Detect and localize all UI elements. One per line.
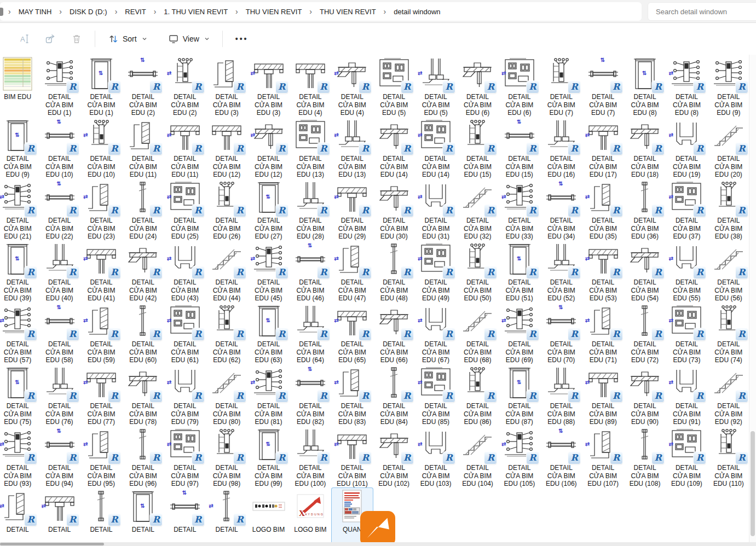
file-item[interactable]: RDETAILCỬA BIMEDU (108) — [624, 426, 666, 487]
file-item[interactable]: RDETAILCỬA BIMEDU (100) — [290, 426, 331, 487]
file-item[interactable]: RDETAILCỬA BIMEDU (98) — [206, 426, 247, 487]
file-item[interactable]: RDETAILCỬA BIMEDU (32) — [457, 178, 498, 240]
file-item[interactable]: ⇅RDETAILCỬA BIMEDU (99) — [247, 426, 289, 487]
file-item[interactable]: ⇄RDETAILCỬA BIMEDU (109) — [666, 426, 707, 487]
file-item[interactable]: RDETAILCỬA BIMEDU (62) — [206, 302, 247, 364]
file-item[interactable]: ⇅RDETAILCỬA BIMEDU (94) — [38, 426, 80, 487]
file-item[interactable]: RDETAILCỬA BIMEDU (88) — [540, 364, 582, 426]
vertical-scrollbar[interactable] — [749, 55, 756, 542]
file-item[interactable]: RDETAILCỬA BIMEDU (92) — [708, 364, 749, 426]
file-item[interactable]: ⇄RDETAILCỬA BIMEDU (53) — [582, 240, 624, 302]
file-item[interactable]: ⇅RDETAILCỬA BIMEDU (27) — [247, 178, 289, 240]
file-item[interactable]: BIM EDU — [0, 55, 38, 117]
file-item[interactable]: ⇅RDETAILCỬA BIMEDU (15) — [499, 117, 540, 178]
file-item[interactable]: ⇄RDETAILCỬA BIMEDU (41) — [80, 240, 122, 302]
file-item[interactable]: ⇄RDETAILCỬA BIMEDU (105) — [499, 426, 540, 487]
file-item[interactable]: RDETAILCỬA BIMEDU (4) — [290, 55, 331, 117]
file-item[interactable]: ⇄RDETAIL — [206, 487, 247, 546]
file-item[interactable]: ⇅RDETAILCỬA BIMEDU (46) — [290, 240, 331, 302]
file-item[interactable]: RDETAILCỬA BIMEDU (14) — [373, 117, 415, 178]
file-item[interactable]: RDETAILCỬA BIMEDU (44) — [206, 240, 247, 302]
file-item[interactable]: ⇄RDETAILCỬA BIMEDU (77) — [80, 364, 122, 426]
file-item[interactable]: ⇄RDETAILCỬA BIMEDU (21) — [0, 178, 38, 240]
file-item[interactable]: ⇅RDETAIL — [164, 487, 206, 546]
file-item[interactable]: ⇄RDETAILCỬA BIMEDU (93) — [0, 426, 38, 487]
view-button[interactable]: View — [164, 30, 214, 48]
file-item[interactable]: ⇄RDETAIL — [0, 487, 38, 546]
file-item[interactable]: ⇄RDETAILCỬA BIMEDU (10) — [80, 117, 122, 178]
file-item[interactable]: ⇅RDETAILCỬA BIMEDU (9) — [0, 117, 38, 178]
file-item[interactable]: ⇄RDETAILCỬA BIMEDU (4) — [331, 55, 373, 117]
file-item[interactable]: RDETAILCỬA BIMEDU (96) — [122, 426, 164, 487]
file-item[interactable]: RDETAILCỬA BIMEDU (78) — [122, 364, 164, 426]
file-item[interactable]: ⇄RDETAILCỬA BIMEDU (8) — [666, 55, 707, 117]
more-options-button[interactable]: ••• — [231, 31, 253, 47]
file-item[interactable]: ⇅RDETAILCỬA BIMEDU (22) — [38, 178, 80, 240]
file-item[interactable]: RDETAILCỬA BIMEDU (18) — [624, 117, 666, 178]
file-item[interactable]: ⇅RDETAILCỬA BIMEDU (75) — [0, 364, 38, 426]
file-item[interactable]: RDETAILCỬA BIMEDU (40) — [38, 240, 80, 302]
file-item[interactable]: RDETAILCỬA BIMEDU (28) — [290, 178, 331, 240]
file-item[interactable]: RDETAILCỬA BIMEDU (42) — [122, 240, 164, 302]
file-item[interactable]: ⇄RDETAILCỬA BIMEDU (33) — [499, 178, 540, 240]
file-item[interactable]: RDETAILCỬA BIMEDU (52) — [540, 240, 582, 302]
file-item[interactable]: RDETAILCỬA BIMEDU (48) — [373, 240, 415, 302]
breadcrumb-item[interactable]: DISK D (D:) — [67, 5, 110, 18]
file-item[interactable]: RDETAILCỬA BIMEDU (74) — [708, 302, 749, 364]
file-item[interactable]: ⇅RDETAILCỬA BIMEDU (106) — [540, 426, 582, 487]
file-item[interactable]: ⇅RDETAILCỬA BIMEDU (7) — [582, 55, 624, 117]
file-item[interactable]: RDETAILCỬA BIMEDU (110) — [708, 426, 749, 487]
file-item[interactable]: ⇅RDETAILCỬA BIMEDU (2) — [122, 55, 164, 117]
file-item[interactable]: ⇄RDETAILCỬA BIMEDU (25) — [164, 178, 206, 240]
file-item[interactable]: RDETAILCỬA BIMEDU (36) — [624, 178, 666, 240]
file-item[interactable]: ⇄RDETAILCỬA BIMEDU (97) — [164, 426, 206, 487]
file-item[interactable]: RDETAILCỬA BIMEDU (68) — [457, 302, 498, 364]
file-item[interactable]: ⇄RDETAILCỬA BIMEDU (3) — [247, 55, 289, 117]
file-item[interactable]: ⇄RDETAILCỬA BIMEDU (85) — [415, 364, 457, 426]
breadcrumb-item[interactable]: MAY TINH — [16, 5, 55, 18]
file-item[interactable]: RDETAILCỬA BIMEDU (26) — [206, 178, 247, 240]
file-item[interactable]: ⇅RDETAILCỬA BIMEDU (39) — [0, 240, 38, 302]
file-item[interactable]: RDETAILCỬA BIMEDU (56) — [708, 240, 749, 302]
file-item[interactable]: XAYDUNGLOGO BIM — [290, 487, 331, 546]
file-item[interactable]: QUAN — [331, 487, 373, 546]
file-item[interactable]: ⇅RDETAILCỬA BIMEDU (51) — [499, 240, 540, 302]
file-item[interactable]: ⇄RDETAILCỬA BIMEDU (11) — [164, 117, 206, 178]
file-item[interactable]: RDETAILCỬA BIMEDU (90) — [624, 364, 666, 426]
file-item[interactable]: ⇄RDETAILCỬA BIMEDU (55) — [666, 240, 707, 302]
file-item[interactable]: ⇄RDETAILCỬA BIMEDU (35) — [582, 178, 624, 240]
file-item[interactable]: ⇄RDETAILCỬA BIMEDU (69) — [499, 302, 540, 364]
file-item[interactable]: ⇅RDETAILCỬA BIMEDU (87) — [499, 364, 540, 426]
file-item[interactable]: RDETAILCỬA BIMEDU (104) — [457, 426, 498, 487]
file-item[interactable]: ⇄RDETAILCỬA BIMEDU (79) — [164, 364, 206, 426]
file-item[interactable]: ⇄RDETAILCỬA BIMEDU (91) — [666, 364, 707, 426]
file-item[interactable]: RDETAILCỬA BIMEDU (20) — [708, 117, 749, 178]
vertical-scrollbar-thumb[interactable] — [751, 431, 755, 536]
file-item[interactable]: ⇅RDETAILCỬA BIMEDU (63) — [247, 302, 289, 364]
file-item[interactable]: ⇄RDETAILCỬA BIMEDU (37) — [666, 178, 707, 240]
breadcrumb-item[interactable]: 1. THU VIEN REVIT — [161, 5, 230, 18]
file-item[interactable]: ⇅RDETAILCỬA BIMEDU (82) — [290, 364, 331, 426]
file-item[interactable]: ⇅RDETAILCỬA BIMEDU (10) — [38, 117, 80, 178]
file-item[interactable]: RDETAILCỬA BIMEDU (66) — [373, 302, 415, 364]
file-item[interactable]: ⇄RDETAILCỬA BIMEDU (2) — [164, 55, 206, 117]
file-item[interactable]: ⇄RDETAILCỬA BIMEDU (73) — [666, 302, 707, 364]
file-item[interactable]: RDETAILCỬA BIMEDU (38) — [708, 178, 749, 240]
file-item[interactable]: ⇅RDETAILCỬA BIMEDU (58) — [38, 302, 80, 364]
file-item[interactable]: RDETAILCỬA BIMEDU (72) — [624, 302, 666, 364]
file-item[interactable]: ⇄RDETAILCỬA BIMEDU (89) — [582, 364, 624, 426]
file-item[interactable]: RDETAILCỬA BIMEDU (64) — [290, 302, 331, 364]
file-item[interactable]: ⇄RDETAILCỬA BIMEDU (5) — [415, 55, 457, 117]
file-item[interactable]: ⇄RDETAILCỬA BIMEDU (17) — [582, 117, 624, 178]
file-item[interactable]: ⇄RDETAILCỬA BIMEDU (29) — [331, 178, 373, 240]
file-item[interactable]: ⇄RDETAILCỬA BIMEDU (45) — [247, 240, 289, 302]
file-item[interactable]: ⇄RDETAILCỬA BIMEDU (57) — [0, 302, 38, 364]
file-item[interactable]: ⇄RDETAILCỬA BIMEDU (61) — [164, 302, 206, 364]
file-item[interactable]: RDETAILCỬA BIMEDU (12) — [206, 117, 247, 178]
file-item[interactable]: ⇄RDETAIL — [38, 487, 80, 546]
file-item[interactable]: ⇄RDETAILCỬA BIMEDU (71) — [582, 302, 624, 364]
search-input[interactable] — [648, 3, 756, 20]
breadcrumb-item[interactable]: detail windown — [391, 5, 443, 18]
breadcrumb-item[interactable]: THU VIEN REVIT — [317, 5, 379, 18]
search-box[interactable] — [648, 2, 756, 21]
